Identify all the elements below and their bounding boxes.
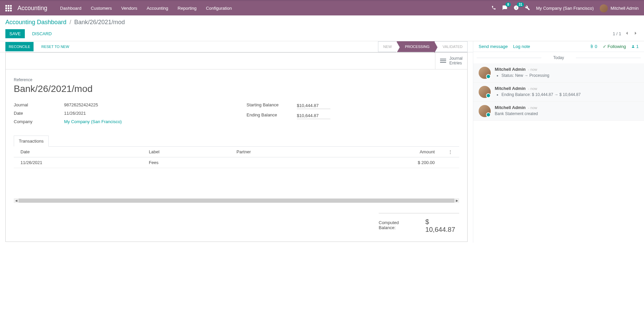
message-time: - now [528, 106, 537, 110]
message-author: Mitchell Admin [495, 86, 526, 91]
th-label[interactable]: Label [142, 147, 230, 157]
log-note-button[interactable]: Log note [513, 44, 530, 49]
table-row[interactable]: 11/26/2021 Fees $ 200.00 [14, 157, 459, 168]
starting-balance-label: Starting Balance [247, 102, 297, 109]
user-menu[interactable]: Mitchell Admin [600, 4, 639, 12]
nav-menu: Dashboard Customers Vendors Accounting R… [55, 1, 236, 15]
discard-button[interactable]: Discard [28, 29, 56, 38]
reset-to-new-button[interactable]: Reset to New [38, 42, 72, 51]
scroll-left-icon[interactable]: ◀ [14, 199, 18, 202]
activities-badge: 31 [517, 2, 524, 7]
breadcrumb-current: Bank/26/2021/mod [74, 19, 125, 25]
control-panel: Accounting Dashboard / Bank/26/2021/mod … [0, 15, 644, 41]
message-avatar [479, 67, 491, 79]
nav-configuration[interactable]: Configuration [201, 1, 236, 15]
cell-label: Fees [142, 157, 230, 168]
nav-dashboard[interactable]: Dashboard [55, 1, 86, 15]
journal-value: 98726252424225 [64, 102, 226, 107]
nav-accounting[interactable]: Accounting [142, 1, 173, 15]
pager-prev-icon[interactable] [624, 30, 630, 38]
nav-vendors[interactable]: Vendors [117, 1, 142, 15]
reconcile-button[interactable]: Reconcile [5, 42, 34, 51]
scroll-right-icon[interactable]: ▶ [454, 199, 459, 202]
user-name: Mitchell Admin [610, 6, 639, 11]
message-time: - now [528, 67, 537, 71]
send-message-button[interactable]: Send message [479, 44, 508, 49]
chatter-message: Mitchell Admin - now Status: New → Proce… [473, 63, 644, 83]
followers-button[interactable]: 1 [631, 44, 639, 49]
message-time: - now [528, 87, 537, 91]
message-author: Mitchell Admin [495, 67, 526, 72]
messages-badge: 8 [505, 2, 511, 7]
reference-value[interactable]: Bank/26/2021/mod [14, 84, 459, 94]
company-link[interactable]: My Company (San Francisco) [64, 119, 122, 124]
apps-icon[interactable] [5, 5, 12, 12]
pager: 1 / 1 [613, 30, 639, 38]
date-value[interactable]: 11/26/2021 [64, 111, 226, 116]
nav-customers[interactable]: Customers [86, 1, 117, 15]
message-author: Mitchell Admin [495, 105, 526, 110]
form-view: Reconcile Reset to New New Processing Va… [0, 41, 473, 243]
status-validated[interactable]: Validated [435, 41, 468, 52]
chatter-panel: Send message Log note 0 ✓ Following 1 To… [473, 41, 644, 243]
save-button[interactable]: Save [5, 29, 25, 38]
status-processing[interactable]: Processing [397, 41, 434, 52]
transactions-table: Date Label Partner Amount ⋮ 11/26/2021 F… [14, 147, 459, 168]
debug-icon[interactable] [525, 5, 530, 11]
computed-balance-value: $ 10,644.87 [425, 218, 459, 234]
tabs: Transactions [14, 136, 459, 147]
journal-entries-label: JournalEntries [449, 56, 463, 66]
status-new[interactable]: New [378, 41, 397, 52]
pager-next-icon[interactable] [633, 30, 639, 38]
chatter-message: Mitchell Admin - now Ending Balance: $ 1… [473, 83, 644, 102]
list-icon [440, 59, 446, 63]
chatter-today-separator: Today [473, 52, 644, 63]
top-navbar: Accounting Dashboard Customers Vendors A… [0, 0, 644, 15]
ending-balance-label: Ending Balance [247, 112, 297, 119]
nav-reporting[interactable]: Reporting [173, 1, 201, 15]
chatter-message: Mitchell Admin - now Bank Statement crea… [473, 102, 644, 121]
following-button[interactable]: ✓ Following [603, 44, 626, 49]
th-menu-icon[interactable]: ⋮ [441, 147, 459, 157]
message-item: Status: New → Processing [501, 73, 639, 78]
th-amount[interactable]: Amount [331, 147, 441, 157]
horizontal-scrollbar[interactable]: ◀ ▶ [14, 198, 459, 203]
activities-icon[interactable]: 31 [514, 5, 519, 11]
company-label: Company [14, 119, 64, 124]
starting-balance-input[interactable] [297, 102, 330, 109]
scroll-track[interactable] [18, 199, 454, 203]
messages-icon[interactable]: 8 [502, 5, 507, 11]
reference-label: Reference [14, 78, 459, 82]
attachments-button[interactable]: 0 [590, 44, 597, 49]
app-brand[interactable]: Accounting [17, 5, 47, 12]
status-bar: New Processing Validated [378, 41, 468, 52]
breadcrumb-parent[interactable]: Accounting Dashboard [5, 19, 66, 25]
message-text: Bank Statement created [495, 111, 639, 116]
th-partner[interactable]: Partner [230, 147, 331, 157]
cell-partner [230, 157, 331, 168]
message-avatar [479, 86, 491, 98]
cell-amount: $ 200.00 [331, 157, 441, 168]
computed-balance-label: Computed Balance: [379, 220, 415, 230]
message-item: Ending Balance: $ 10,444.87 → $ 10,644.8… [501, 92, 639, 97]
phone-icon[interactable] [491, 5, 496, 11]
breadcrumb: Accounting Dashboard / Bank/26/2021/mod [5, 19, 639, 26]
company-selector[interactable]: My Company (San Francisco) [536, 6, 594, 11]
cell-date: 11/26/2021 [14, 157, 142, 168]
message-avatar [479, 105, 491, 117]
date-label: Date [14, 111, 64, 116]
pager-text: 1 / 1 [613, 31, 621, 36]
journal-label: Journal [14, 102, 64, 107]
tab-transactions[interactable]: Transactions [14, 136, 49, 147]
th-date[interactable]: Date [14, 147, 142, 157]
user-avatar [600, 4, 608, 12]
ending-balance-input[interactable] [297, 112, 330, 119]
journal-entries-button[interactable]: JournalEntries [435, 53, 467, 69]
